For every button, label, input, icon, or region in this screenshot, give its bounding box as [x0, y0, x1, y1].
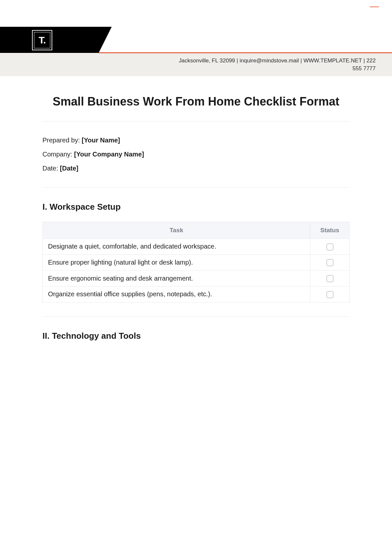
- checkbox-icon[interactable]: [326, 291, 334, 298]
- prepared-by-row: Prepared by: [Your Name]: [42, 137, 350, 144]
- checkbox-icon[interactable]: [326, 243, 334, 251]
- divider: [42, 316, 350, 317]
- status-cell: [310, 254, 350, 270]
- date-row: Date: [Date]: [42, 165, 350, 172]
- task-cell: Designate a quiet, comfortable, and dedi…: [43, 238, 310, 254]
- prepared-by-value: [Your Name]: [82, 137, 120, 144]
- task-cell: Ensure ergonomic seating and desk arrang…: [43, 270, 310, 286]
- document-body: Small Business Work From Home Checklist …: [42, 94, 350, 351]
- section-2-title: II. Technology and Tools: [42, 331, 350, 341]
- header-contact-bar: Jacksonville, FL 32099 | inquire@mindsto…: [0, 53, 392, 76]
- workspace-setup-table: Task Status Designate a quiet, comfortab…: [42, 222, 350, 302]
- checkbox-icon[interactable]: [326, 275, 334, 282]
- company-row: Company: [Your Company Name]: [42, 151, 350, 158]
- prepared-by-label: Prepared by:: [42, 137, 82, 144]
- date-label: Date:: [42, 165, 60, 172]
- col-status-header: Status: [310, 222, 350, 238]
- table-row: Organize essential office supplies (pens…: [43, 286, 350, 302]
- divider: [42, 121, 350, 122]
- task-cell: Organize essential office supplies (pens…: [43, 286, 310, 302]
- table-row: Designate a quiet, comfortable, and dedi…: [43, 238, 350, 254]
- logo-text: T.: [34, 32, 50, 48]
- table-row: Ensure proper lighting (natural light or…: [43, 254, 350, 270]
- col-task-header: Task: [43, 222, 310, 238]
- page-title: Small Business Work From Home Checklist …: [42, 94, 350, 109]
- meta-block: Prepared by: [Your Name] Company: [Your …: [42, 137, 350, 172]
- status-cell: [310, 238, 350, 254]
- table-header-row: Task Status: [43, 222, 350, 238]
- company-value: [Your Company Name]: [74, 151, 144, 158]
- status-cell: [310, 286, 350, 302]
- task-cell: Ensure proper lighting (natural light or…: [43, 254, 310, 270]
- company-label: Company:: [42, 151, 74, 158]
- section-1-title: I. Workspace Setup: [42, 202, 350, 212]
- divider: [42, 187, 350, 187]
- date-value: [Date]: [60, 165, 78, 172]
- contact-info: Jacksonville, FL 32099 | inquire@mindsto…: [173, 57, 376, 73]
- accent-mark: [370, 7, 379, 7]
- status-cell: [310, 270, 350, 286]
- table-row: Ensure ergonomic seating and desk arrang…: [43, 270, 350, 286]
- checkbox-icon[interactable]: [326, 259, 334, 266]
- logo-frame: T.: [32, 30, 52, 50]
